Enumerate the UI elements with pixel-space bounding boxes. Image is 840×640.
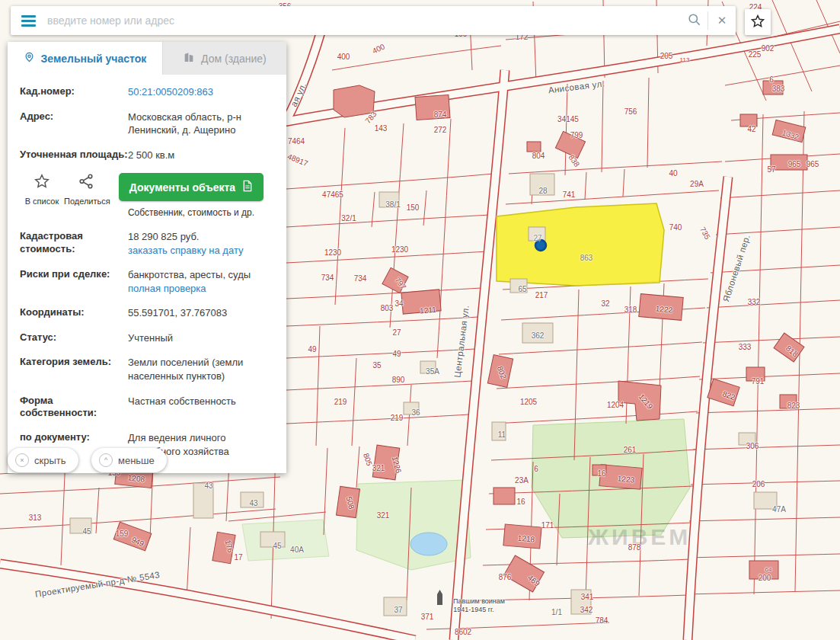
panel-tabs: Земельный участок Дом (здание) — [8, 42, 286, 75]
field-row: Форма собственности: Частная собственнос… — [20, 395, 274, 421]
chevron-up-icon: ^ — [99, 453, 113, 467]
field-label: Уточненная площадь: — [20, 149, 128, 162]
documents-button-label: Документы объекта — [129, 181, 235, 194]
collapse-panel-button[interactable]: ^ меньше — [91, 448, 167, 472]
tab-land-parcel[interactable]: Земельный участок — [8, 42, 162, 75]
cadastral-cost-value: 18 290 825 руб. — [128, 231, 199, 242]
location-marker — [535, 240, 546, 251]
hide-label: скрыть — [34, 455, 66, 466]
close-search-button[interactable]: ✕ — [708, 6, 736, 35]
cadastral-number-link[interactable]: 50:21:0050209:863 — [128, 85, 213, 99]
field-label: Статус: — [20, 331, 128, 344]
full-check-link[interactable]: полная проверка — [128, 282, 206, 296]
search-button[interactable] — [680, 6, 707, 35]
search-icon — [687, 12, 701, 29]
address-value: Московская область, р-н Ленинский, д. Ащ… — [128, 110, 274, 137]
close-icon: ✕ — [717, 14, 727, 27]
field-label: по документу: — [20, 431, 128, 444]
field-label: Координаты: — [20, 306, 128, 319]
risks-value: банкротства, аресты, суды — [128, 269, 251, 280]
search-bar: ✕ — [11, 6, 736, 35]
object-info-panel: Земельный участок Дом (здание) Кад.номер… — [8, 42, 286, 473]
watermark: ЖИВЕМ — [588, 524, 691, 550]
field-row: Кадастровая стоимость: 18 290 825 руб. з… — [20, 230, 274, 257]
cadastral-map-app: 3562241721004004002051139022256383756341… — [0, 0, 840, 640]
order-certificate-link[interactable]: заказать справку на дату — [128, 244, 244, 258]
field-label: Категория земель: — [20, 356, 128, 369]
coordinates-value: 55.591701, 37.767083 — [128, 306, 227, 320]
document-icon — [242, 180, 253, 194]
field-row: Кад.номер: 50:21:0050209:863 — [20, 85, 274, 99]
field-row: Статус: Учтенный — [20, 331, 274, 345]
field-row: Уточненная площадь: 2 500 кв.м — [20, 149, 274, 162]
field-row: Адрес: Московская область, р-н Ленинский… — [20, 110, 274, 137]
add-to-list-button[interactable]: В список — [20, 173, 64, 206]
building-icon — [183, 51, 195, 66]
tab-label: Дом (здание) — [201, 53, 267, 65]
hamburger-icon — [21, 20, 36, 22]
share-button[interactable]: Поделиться — [64, 173, 108, 206]
field-label: Риски при сделке: — [20, 268, 128, 281]
tab-label: Земельный участок — [41, 53, 147, 65]
tab-building[interactable]: Дом (здание) — [162, 42, 286, 75]
field-row: Категория земель: Земли поселений (земли… — [20, 356, 274, 382]
field-row: Риски при сделке: банкротства, аресты, с… — [20, 268, 274, 295]
field-label: Адрес: — [20, 110, 128, 123]
star-icon — [750, 14, 765, 31]
field-label: Кадастровая стоимость: — [20, 230, 128, 256]
selected-parcel[interactable] — [497, 203, 664, 286]
close-circle-icon: × — [15, 453, 29, 467]
land-category-value: Земли поселений (земли населенных пункто… — [128, 356, 274, 382]
pond — [410, 533, 447, 555]
ownership-value: Частная собственность — [128, 395, 236, 408]
share-icon — [78, 179, 94, 192]
less-label: меньше — [118, 455, 155, 466]
search-input[interactable] — [46, 14, 680, 27]
add-to-list-label: В список — [20, 197, 64, 206]
star-outline-icon — [34, 179, 50, 192]
location-pin-icon — [24, 50, 35, 66]
field-label: Форма собственности: — [20, 395, 128, 421]
field-row: Координаты: 55.591701, 37.767083 — [20, 306, 274, 320]
status-value: Учтенный — [128, 331, 173, 345]
menu-button[interactable] — [11, 6, 46, 35]
hide-panel-button[interactable]: × скрыть — [8, 448, 78, 472]
documents-subtitle: Собственник, стоимость и др. — [108, 207, 274, 218]
object-documents-button[interactable]: Документы объекта — [119, 173, 263, 201]
panel-body: Кад.номер: 50:21:0050209:863 Адрес: Моск… — [8, 75, 286, 473]
hamburger-icon — [21, 15, 36, 18]
favorites-button[interactable] — [745, 9, 771, 35]
actions-row: В список Поделиться Документы объекта — [20, 173, 274, 218]
share-label: Поделиться — [64, 197, 108, 206]
field-label: Кад.номер: — [20, 85, 128, 98]
hamburger-icon — [21, 24, 36, 27]
area-value: 2 500 кв.м — [128, 149, 174, 162]
